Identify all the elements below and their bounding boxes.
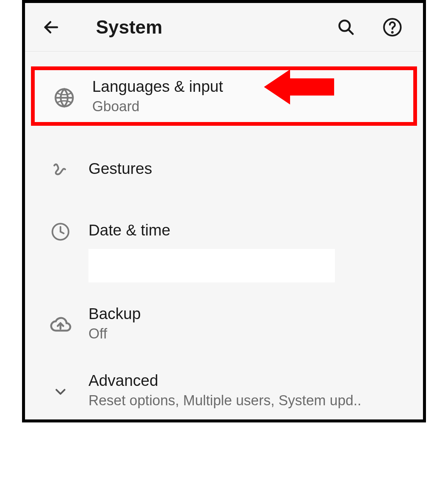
row-text: Date & time <box>88 221 416 239</box>
help-icon <box>382 17 402 37</box>
svg-point-4 <box>392 32 393 32</box>
chevron-down-icon <box>52 384 69 400</box>
setting-row-date-time[interactable]: Date & time <box>25 197 423 253</box>
row-text: Backup Off <box>88 305 416 342</box>
setting-row-advanced[interactable]: Advanced Reset options, Multiple users, … <box>25 357 423 422</box>
blank-area <box>88 249 335 282</box>
row-icon-container <box>32 219 88 241</box>
gesture-icon <box>51 161 70 179</box>
row-icon-container <box>36 84 92 108</box>
settings-screen: System <box>22 0 426 422</box>
cloud-upload-icon <box>49 316 72 334</box>
setting-row-backup[interactable]: Backup Off <box>25 290 423 357</box>
setting-row-languages-input[interactable]: Languages & input Gboard <box>31 66 417 126</box>
setting-subtitle: Off <box>88 326 416 342</box>
setting-title: Advanced <box>88 372 416 390</box>
help-button[interactable] <box>380 15 404 39</box>
svg-line-2 <box>348 29 353 34</box>
globe-icon <box>54 87 75 108</box>
arrow-back-icon <box>42 18 60 36</box>
app-bar: System <box>25 3 423 51</box>
setting-row-gestures[interactable]: Gestures <box>25 141 423 197</box>
back-button[interactable] <box>40 16 62 38</box>
row-text: Advanced Reset options, Multiple users, … <box>88 372 416 409</box>
row-icon-container <box>32 158 88 179</box>
row-icon-container <box>32 313 88 334</box>
page-title: System <box>96 16 323 38</box>
setting-subtitle: Gboard <box>92 99 410 115</box>
setting-title: Backup <box>88 305 416 323</box>
settings-list: Languages & input Gboard Gestures <box>25 51 423 422</box>
setting-title: Date & time <box>88 221 416 239</box>
setting-title: Languages & input <box>92 78 410 96</box>
setting-title: Gestures <box>88 160 416 178</box>
row-icon-container <box>32 381 88 400</box>
search-button[interactable] <box>334 15 358 39</box>
clock-icon <box>51 222 70 241</box>
row-text: Gestures <box>88 160 416 178</box>
search-icon <box>337 18 355 36</box>
row-text: Languages & input Gboard <box>92 78 410 115</box>
setting-subtitle: Reset options, Multiple users, System up… <box>88 393 416 409</box>
